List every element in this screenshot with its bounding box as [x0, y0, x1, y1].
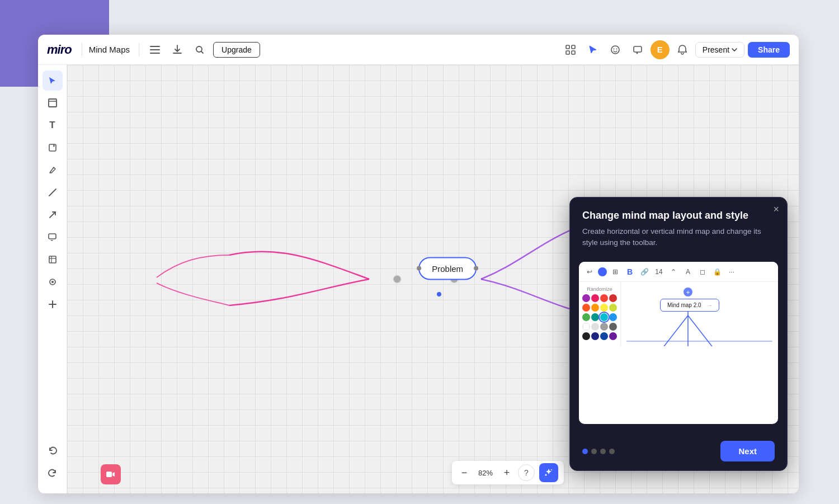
color-dark-red[interactable]	[609, 294, 617, 302]
modal-preview: ↩ ⊞ B 🔗 14 ⌃ A ◻ 🔒 ···	[579, 262, 778, 424]
preview-tool-size-up[interactable]: ⌃	[667, 266, 680, 278]
tool-shapes[interactable]	[43, 272, 63, 292]
color-white[interactable]	[582, 323, 590, 331]
svg-point-36	[551, 469, 552, 470]
video-button[interactable]	[101, 464, 121, 484]
tool-text[interactable]: T	[43, 115, 63, 135]
present-button[interactable]: Present	[695, 42, 744, 58]
color-gray[interactable]	[600, 323, 608, 331]
handle-right[interactable]	[474, 266, 478, 271]
tool-sticky[interactable]	[43, 138, 63, 158]
zoom-in-button[interactable]: +	[500, 466, 513, 479]
dot-1[interactable]	[582, 449, 588, 454]
user-avatar[interactable]: E	[651, 40, 670, 59]
dots-navigation	[582, 449, 615, 454]
svg-rect-4	[566, 45, 569, 49]
modal-title: Change mind map layout and style	[582, 210, 775, 222]
svg-point-28	[437, 292, 441, 296]
preview-mind-map-svg: +	[621, 282, 778, 346]
tool-comment[interactable]	[43, 227, 63, 247]
svg-point-33	[684, 288, 692, 296]
preview-tool-size[interactable]: 14	[653, 266, 665, 278]
color-dark-blue[interactable]	[600, 332, 608, 340]
modal-close-button[interactable]: ×	[773, 204, 779, 214]
tool-add[interactable]	[43, 294, 63, 314]
problem-node-label: Problem	[432, 263, 463, 273]
tool-undo[interactable]	[43, 441, 63, 461]
miro-logo: miro	[47, 43, 72, 57]
preview-tool-bold[interactable]: B	[624, 266, 636, 278]
preview-tool-lock[interactable]: 🔒	[711, 266, 723, 278]
next-button[interactable]: Next	[720, 441, 775, 461]
color-orange[interactable]	[591, 304, 599, 312]
color-dark-purple[interactable]	[609, 332, 617, 340]
color-deep-orange[interactable]	[582, 304, 590, 312]
problem-node[interactable]: Problem	[418, 257, 477, 280]
color-panel: Randomize	[579, 282, 621, 346]
svg-rect-2	[150, 53, 160, 54]
svg-point-35	[545, 474, 547, 476]
preview-tool-more[interactable]: ···	[725, 266, 738, 278]
color-pink[interactable]	[591, 294, 599, 302]
dot-2[interactable]	[591, 449, 597, 454]
color-black[interactable]	[582, 332, 590, 340]
color-red[interactable]	[600, 294, 608, 302]
share-button[interactable]: Share	[748, 42, 790, 58]
color-row-2	[582, 304, 617, 312]
search-icon[interactable]	[191, 41, 209, 59]
svg-rect-37	[106, 472, 112, 477]
color-purple[interactable]	[582, 294, 590, 302]
preview-tool-link[interactable]: 🔗	[638, 266, 651, 278]
color-blue[interactable]	[609, 313, 617, 321]
tool-redo[interactable]	[43, 463, 63, 483]
color-yellow[interactable]	[600, 304, 608, 312]
handle-left[interactable]	[417, 266, 421, 271]
tool-pen[interactable]	[43, 160, 63, 180]
preview-tool-text-color[interactable]: A	[682, 266, 694, 278]
svg-line-16	[50, 212, 55, 218]
color-green[interactable]	[582, 313, 590, 321]
modal-description: Create horizontal or vertical mind map a…	[582, 226, 775, 249]
svg-rect-7	[572, 51, 575, 54]
tool-frame[interactable]	[43, 93, 63, 113]
board-title: Mind Maps	[89, 45, 130, 54]
preview-bottom-line	[626, 341, 772, 342]
export-icon[interactable]	[168, 41, 186, 59]
color-lime[interactable]	[609, 304, 617, 312]
preview-tool-undo[interactable]: ↩	[583, 266, 596, 278]
cursor-select-icon[interactable]	[583, 40, 602, 59]
tool-cursor[interactable]	[43, 70, 63, 91]
color-cyan-selected[interactable]	[600, 313, 608, 321]
chat-icon[interactable]	[628, 40, 647, 59]
dot-3[interactable]	[600, 449, 606, 454]
zoom-out-button[interactable]: −	[458, 466, 471, 479]
modal-header: Change mind map layout and style Create …	[570, 197, 787, 255]
left-sidebar: T	[38, 65, 67, 493]
svg-point-25	[393, 275, 401, 283]
upgrade-button[interactable]: Upgrade	[213, 42, 260, 58]
reaction-icon[interactable]	[606, 40, 625, 59]
mind-map-preview: + Mind map 2.0 → nce Launch Tests	[621, 282, 778, 346]
svg-text:+: +	[686, 289, 690, 296]
preview-tool-align[interactable]: ⊞	[609, 266, 621, 278]
canvas-background[interactable]: Problem × Change mind map layout and sty…	[67, 65, 799, 493]
svg-point-10	[616, 48, 617, 49]
grid-icon[interactable]	[561, 40, 580, 59]
help-button[interactable]: ?	[518, 464, 535, 481]
color-teal[interactable]	[591, 313, 599, 321]
color-light-gray[interactable]	[591, 323, 599, 331]
dot-4[interactable]	[609, 449, 615, 454]
tool-arrow[interactable]	[43, 205, 63, 225]
svg-rect-0	[150, 46, 160, 47]
preview-root-node: Mind map 2.0 →	[660, 299, 719, 312]
notifications-icon[interactable]	[673, 40, 692, 59]
menu-icon[interactable]	[146, 41, 164, 59]
magic-button[interactable]	[539, 463, 558, 482]
color-row-3	[582, 313, 617, 321]
color-navy[interactable]	[591, 332, 599, 340]
tool-line[interactable]	[43, 182, 63, 202]
color-dark-gray[interactable]	[609, 323, 617, 331]
tool-crop[interactable]	[43, 249, 63, 270]
preview-tool-highlight[interactable]: ◻	[696, 266, 709, 278]
sidebar-bottom	[43, 441, 63, 488]
